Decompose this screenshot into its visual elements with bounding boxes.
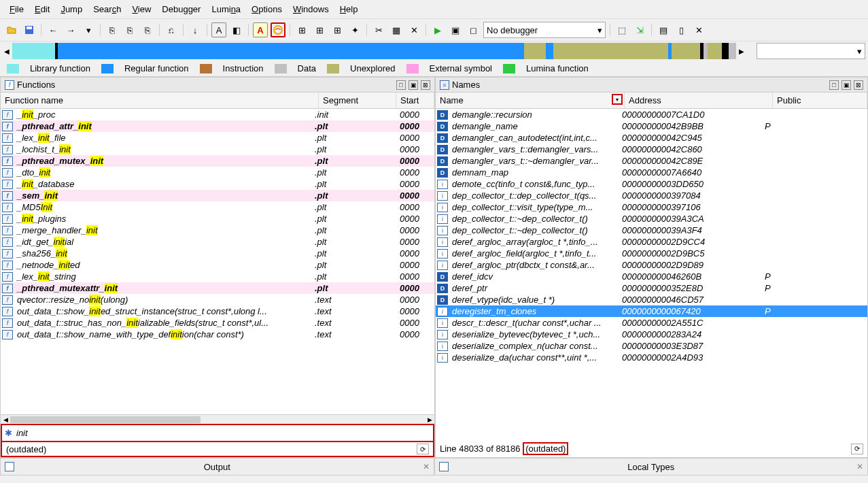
function-row[interactable]: fout_data_t::show_name_with_type_definit… — [1, 329, 434, 340]
tab-local-types[interactable]: Local Types ✕ — [434, 458, 869, 476]
function-row[interactable]: f_dto_init.plt0000 — [1, 167, 434, 178]
refresh-icon[interactable]: ⟳ — [417, 444, 429, 454]
close-icon[interactable]: ✕ — [423, 462, 430, 471]
menu-windows[interactable]: Windows — [288, 1, 334, 17]
nav-select[interactable]: ▾ — [757, 43, 865, 59]
tool-icon[interactable]: ▦ — [389, 22, 404, 37]
tool-icon[interactable]: ▤ — [656, 22, 671, 37]
function-row[interactable]: f_sem_init.plt0000 — [1, 190, 434, 201]
function-row[interactable]: f_init_proc.init0000 — [1, 109, 434, 120]
name-row[interactable]: ideref_argloc_field(argloc_t *,tinfo_t..… — [436, 248, 867, 259]
name-row[interactable]: Ddemangler_vars_t::demangler_vars...0000… — [436, 144, 867, 155]
name-row[interactable]: idescr_t::descr_t(uchar const*,uchar ...… — [436, 317, 867, 329]
name-row[interactable]: ideserialize_bytevec(bytevec_t *,uch...0… — [436, 329, 867, 340]
name-row[interactable]: ideref_argloc_array(argloc_t *,tinfo_...… — [436, 236, 867, 248]
function-row[interactable]: f_netnode_inited.plt0000 — [1, 259, 434, 271]
name-row[interactable]: idep_collector_t::~dep_collector_t()0000… — [436, 213, 867, 224]
name-row[interactable]: Ddemangler_can_autodetect(int,int,c...00… — [436, 132, 867, 144]
nav-left-icon[interactable]: ◀ — [3, 44, 11, 58]
sort-indicator-icon[interactable]: ▾ — [612, 94, 623, 105]
name-row[interactable]: Ddemangler_vars_t::~demangler_var...0000… — [436, 155, 867, 167]
back-icon[interactable]: ← — [46, 22, 60, 37]
tool-icon[interactable]: ✕ — [691, 22, 706, 37]
function-row[interactable]: fout_data_t::show_inited_struct_instance… — [1, 305, 434, 317]
pause-icon[interactable]: ▣ — [448, 22, 463, 37]
menu-debugger[interactable]: Debugger — [156, 1, 206, 17]
function-row[interactable]: f_lex_init_string.plt0000 — [1, 271, 434, 282]
restore-icon[interactable]: □ — [396, 80, 406, 90]
functions-filter-input[interactable] — [15, 427, 430, 439]
close-icon[interactable]: ✕ — [856, 462, 863, 471]
menu-view[interactable]: View — [126, 1, 156, 17]
navigation-bar[interactable] — [12, 43, 736, 59]
function-row[interactable]: f_idt_get_initial.plt0000 — [1, 236, 434, 248]
close-icon[interactable]: ⊠ — [854, 80, 863, 90]
function-row[interactable]: f_pthread_mutex_init.plt0000 — [1, 155, 434, 167]
name-row[interactable]: Dderef_ptr0000000000352E8DP — [436, 282, 867, 294]
tool-icon[interactable]: ⎘ — [122, 22, 137, 37]
dropdown-icon[interactable]: ▾ — [81, 22, 96, 37]
name-row[interactable]: ideserialize_complex_n(uchar const...000… — [436, 340, 867, 352]
menu-lumina[interactable]: Lumina — [206, 1, 246, 17]
function-row[interactable]: f_pthread_mutexattr_init.plt0000 — [1, 282, 434, 294]
name-row[interactable]: Ddemnam_map00000000007A6640 — [436, 167, 867, 178]
tool-icon[interactable]: ✦ — [347, 22, 362, 37]
menu-edit[interactable]: Edit — [29, 1, 55, 17]
name-row[interactable]: Ddemangle::recursion00000000007CA1D0 — [436, 109, 867, 120]
pin-icon[interactable]: ▣ — [409, 80, 418, 90]
function-row[interactable]: f_init_plugins.plt0000 — [1, 213, 434, 224]
tool-icon[interactable]: ◧ — [229, 22, 244, 37]
hex-a-icon[interactable]: A — [253, 22, 268, 37]
tool-icon[interactable]: ⊞ — [330, 22, 345, 37]
run-icon[interactable]: ▶ — [430, 22, 445, 37]
open-icon[interactable] — [4, 22, 19, 37]
restore-icon[interactable]: □ — [829, 80, 839, 90]
col-public[interactable]: Public — [773, 93, 867, 108]
function-row[interactable]: f_init_database.plt0000 — [1, 178, 434, 190]
tool-icon[interactable]: ⊞ — [312, 22, 327, 37]
save-icon[interactable] — [22, 22, 37, 37]
tool-icon[interactable]: ⎌ — [164, 22, 179, 37]
function-row[interactable]: f_lochist_t_init.plt0000 — [1, 144, 434, 155]
function-row[interactable]: f_sha256_init.plt0000 — [1, 248, 434, 259]
function-row[interactable]: fqvector::resize_noinit(ulong).text0000 — [1, 294, 434, 305]
pin-icon[interactable]: ▣ — [841, 80, 851, 90]
name-row[interactable]: idemote_cc(tinfo_t const&,func_typ...000… — [436, 178, 867, 190]
functions-hscroll[interactable]: ◀▶ — [1, 414, 434, 424]
menu-help[interactable]: Help — [334, 1, 364, 17]
refresh-icon[interactable]: ⟳ — [851, 444, 863, 454]
stop-icon[interactable]: ◻ — [466, 22, 481, 37]
col-function-name[interactable]: Function name — [1, 93, 319, 108]
col-name[interactable]: Name▾ — [436, 93, 625, 108]
tool-icon[interactable]: ▯ — [674, 22, 689, 37]
tool-icon[interactable]: ⎘ — [105, 22, 120, 37]
delete-icon[interactable]: ✕ — [406, 22, 421, 37]
text-icon[interactable]: A — [211, 22, 226, 37]
name-row[interactable]: Ddemangle_name000000000042B9BBP — [436, 120, 867, 132]
col-address[interactable]: Address — [625, 93, 773, 108]
close-icon[interactable]: ⊠ — [421, 80, 430, 90]
function-row[interactable]: f_pthread_attr_init.plt0000 — [1, 120, 434, 132]
debugger-select[interactable]: No debugger▾ — [483, 22, 606, 38]
tool-icon[interactable]: ⎘ — [140, 22, 155, 37]
name-row[interactable]: ideregister_tm_clones0000000000067420P — [436, 305, 867, 317]
tool-icon[interactable]: ⬚ — [614, 22, 629, 37]
function-row[interactable]: f_MD5Init.plt0000 — [1, 201, 434, 213]
col-segment[interactable]: Segment — [319, 93, 396, 108]
function-row[interactable]: f_lex_init_file.plt0000 — [1, 132, 434, 144]
tool-icon[interactable]: ⊞ — [294, 22, 309, 37]
highlighted-tool-icon[interactable] — [271, 22, 285, 37]
menu-file[interactable]: File — [4, 1, 29, 17]
name-row[interactable]: ideref_argloc_ptr(dbctx_t const&,ar...00… — [436, 259, 867, 271]
function-row[interactable]: fout_data_t::struc_has_non_initializable… — [1, 317, 434, 329]
menu-options[interactable]: Options — [246, 1, 288, 17]
menu-jump[interactable]: Jump — [55, 1, 88, 17]
name-row[interactable]: Dderef_idcv000000000046260BP — [436, 271, 867, 282]
tab-output[interactable]: Output ✕ — [0, 458, 434, 476]
nav-right-icon[interactable]: ▶ — [737, 44, 746, 58]
filter-clear-icon[interactable]: ✱ — [5, 428, 12, 438]
name-row[interactable]: Dderef_vtype(idc_value_t *)000000000046C… — [436, 294, 867, 305]
name-row[interactable]: idep_collector_t::visit_type(type_m...00… — [436, 201, 867, 213]
function-row[interactable]: f_merge_handler_init.plt0000 — [1, 224, 434, 236]
menu-search[interactable]: Search — [88, 1, 126, 17]
